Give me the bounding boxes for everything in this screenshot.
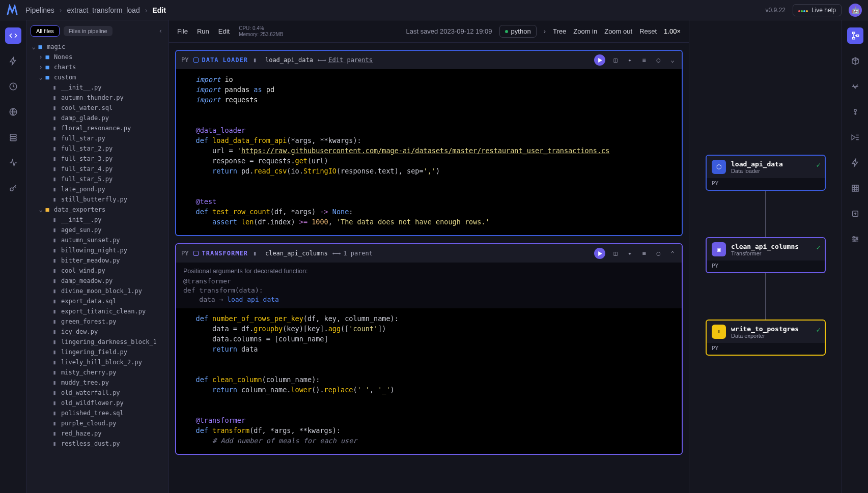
tree-label: floral_resonance.py <box>61 125 131 132</box>
tree-button[interactable]: Tree <box>553 27 566 35</box>
menu-edit[interactable]: Edit <box>218 27 230 35</box>
file-tree-file[interactable]: ▮export_data.sql <box>26 296 169 306</box>
code-editor[interactable]: def number_of_rows_per_key(df, key, colu… <box>176 308 682 454</box>
rail-addon-icon[interactable] <box>847 206 863 222</box>
dots-icon <box>798 7 808 14</box>
file-tree-file[interactable]: ▮damp_glade.py <box>26 113 169 123</box>
file-tree-file[interactable]: ▮aged_sun.py <box>26 225 169 235</box>
file-tree-file[interactable]: ▮old_wildflower.py <box>26 398 169 408</box>
file-tree-file[interactable]: ▮__init__.py <box>26 82 169 93</box>
sliders-icon[interactable]: ≡ <box>640 56 648 64</box>
file-tree-file[interactable]: ▮full_star_5.py <box>26 174 169 184</box>
file-tree-file[interactable]: ▮damp_meadow.py <box>26 276 169 286</box>
file-tree-file[interactable]: ▮purple_cloud.py <box>26 418 169 428</box>
parents-count[interactable]: ⟵⟶1 parent <box>333 250 373 257</box>
file-tree-file[interactable]: ▮floral_resonance.py <box>26 123 169 133</box>
run-button[interactable] <box>594 248 605 259</box>
menu-run[interactable]: Run <box>197 27 209 35</box>
file-tree-folder[interactable]: ›■Nones <box>26 52 169 62</box>
tree-label: charts <box>54 64 76 71</box>
file-tree-file[interactable]: ▮icy_dew.py <box>26 327 169 337</box>
graph-node-exporter[interactable]: ⬆write_to_postgresData exporter✓ PY <box>706 320 826 356</box>
rail-key-icon[interactable] <box>5 180 21 196</box>
rail-variable-icon[interactable] <box>847 78 863 95</box>
file-tree-folder[interactable]: ⌄■data_exporters <box>26 205 169 215</box>
rail-db-icon[interactable] <box>5 129 21 146</box>
logo-icon[interactable] <box>6 4 18 16</box>
circle-icon[interactable]: ◯ <box>654 56 662 64</box>
file-tree-file[interactable]: ▮restless_dust.py <box>26 439 169 449</box>
file-tree-file[interactable]: ▮__init__.py <box>26 215 169 225</box>
rail-secrets-icon[interactable] <box>847 104 863 120</box>
file-tree-file[interactable]: ▮billowing_night.py <box>26 245 169 255</box>
file-tree-file[interactable]: ▮export_titanic_clean.py <box>26 306 169 316</box>
file-tree-folder[interactable]: ⌄■custom <box>26 72 169 82</box>
file-tree-folder[interactable]: ›■charts <box>26 62 169 72</box>
edit-parents-link[interactable]: ⟵⟶Edit parents <box>318 56 373 64</box>
run-button[interactable] <box>594 54 605 66</box>
file-tree-file[interactable]: ▮red_haze.py <box>26 428 169 439</box>
zoom-out-button[interactable]: Zoom out <box>604 27 632 35</box>
pipeline-graph[interactable]: ⬡load_api_dataData loader✓ PY ▣clean_api… <box>689 20 842 493</box>
svg-rect-4 <box>10 139 16 141</box>
rail-code-icon[interactable] <box>5 27 21 44</box>
file-tree-file[interactable]: ▮full_star.py <box>26 133 169 143</box>
rail-activity-icon[interactable] <box>5 155 21 171</box>
output-icon[interactable]: ◫ <box>611 249 620 257</box>
rail-cube-icon[interactable] <box>847 53 863 69</box>
rail-sliders-icon[interactable] <box>847 231 863 247</box>
language-badge[interactable]: python <box>499 25 537 38</box>
file-tree-file[interactable]: ▮full_star_3.py <box>26 154 169 164</box>
sliders-icon[interactable]: ≡ <box>640 249 648 257</box>
file-tree-file[interactable]: ▮cool_wind.py <box>26 266 169 276</box>
tab-files-pipeline[interactable]: Files in pipeline <box>64 26 113 36</box>
file-tree-file[interactable]: ▮lively_hill_block_2.py <box>26 357 169 367</box>
circle-icon[interactable]: ◯ <box>654 249 662 257</box>
rail-globe-icon[interactable] <box>5 104 21 120</box>
rail-clock-icon[interactable] <box>5 78 21 95</box>
rail-bolt-icon[interactable] <box>5 53 21 69</box>
collapse-panel-icon[interactable]: ‹ <box>157 25 164 37</box>
breadcrumb-item[interactable]: Pipelines <box>25 6 54 14</box>
file-tree-file[interactable]: ▮old_waterfall.py <box>26 388 169 398</box>
file-tree-file[interactable]: ▮full_star_4.py <box>26 164 169 174</box>
live-help-button[interactable]: Live help <box>793 4 842 16</box>
reset-button[interactable]: Reset <box>639 27 657 35</box>
file-tree-file[interactable]: ▮bitter_meadow.py <box>26 255 169 266</box>
sparkle-icon[interactable]: ✦ <box>626 56 634 64</box>
transform-icon: ▣ <box>712 242 726 256</box>
file-tree-file[interactable]: ▮divine_moon_block_1.py <box>26 286 169 296</box>
file-tree-file[interactable]: ▮muddy_tree.py <box>26 378 169 388</box>
tree-label: restless_dust.py <box>61 440 120 447</box>
file-tree-file[interactable]: ▮full_star_2.py <box>26 143 169 154</box>
file-tree-file[interactable]: ▮misty_cherry.py <box>26 367 169 378</box>
rail-bolt2-icon[interactable] <box>847 155 863 171</box>
output-icon[interactable]: ◫ <box>611 56 620 64</box>
file-tree-file[interactable]: ▮lingering_field.py <box>26 347 169 357</box>
code-editor[interactable]: import io import pandas as pd import req… <box>176 69 682 235</box>
file-tree-file[interactable]: ▮lingering_darkness_block_1 <box>26 337 169 347</box>
file-tree-file[interactable]: ▮green_forest.py <box>26 316 169 327</box>
file-tree-file[interactable]: ▮late_pond.py <box>26 184 169 194</box>
file-tree-file[interactable]: ▮still_butterfly.py <box>26 194 169 205</box>
chevron-down-icon[interactable]: ⌄ <box>668 56 677 64</box>
zoom-in-button[interactable]: Zoom in <box>573 27 597 35</box>
graph-node-transformer[interactable]: ▣clean_api_columnsTransformer✓ PY <box>706 237 826 273</box>
rail-grid-icon[interactable] <box>847 180 863 196</box>
chevron-right-icon[interactable]: › <box>544 27 546 35</box>
rail-panel-icon[interactable] <box>847 129 863 146</box>
file-tree-file[interactable]: ▮autumn_thunder.py <box>26 93 169 103</box>
rail-flow-icon[interactable] <box>847 27 863 44</box>
graph-node-loader[interactable]: ⬡load_api_dataData loader✓ PY <box>706 155 826 191</box>
breadcrumb-item[interactable]: extract_transform_load <box>67 6 140 14</box>
sparkle-icon[interactable]: ✦ <box>626 249 634 257</box>
file-tree-folder[interactable]: ⌄■magic <box>26 42 169 52</box>
menu-file[interactable]: File <box>177 27 188 35</box>
avatar[interactable]: 🤖 <box>849 4 862 17</box>
file-tree-file[interactable]: ▮polished_tree.sql <box>26 408 169 418</box>
tab-all-files[interactable]: All files <box>31 25 60 37</box>
chevron-up-icon[interactable]: ⌃ <box>668 249 677 257</box>
file-tree-file[interactable]: ▮cool_water.sql <box>26 103 169 113</box>
file-icon: ▮ <box>51 410 58 417</box>
file-tree-file[interactable]: ▮autumn_sunset.py <box>26 235 169 245</box>
